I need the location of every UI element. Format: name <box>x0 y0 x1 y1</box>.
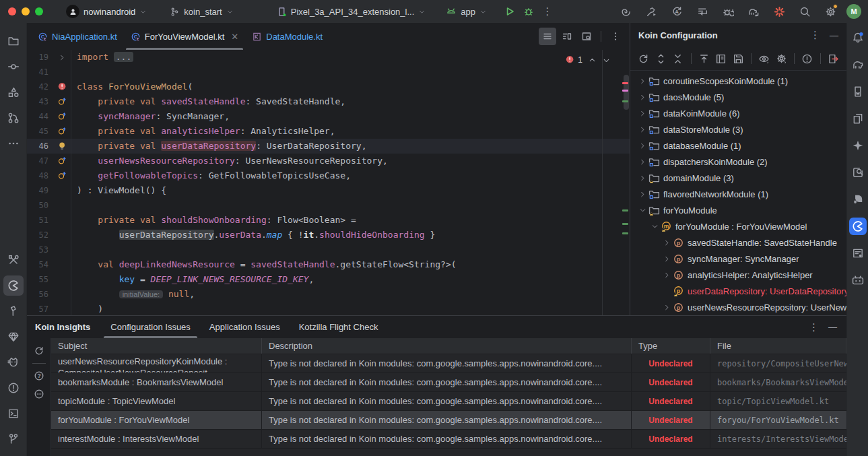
chevron-right-icon[interactable] <box>637 77 648 85</box>
gutter[interactable] <box>54 272 71 287</box>
more-vertical-icon[interactable]: ⋮ <box>810 29 820 41</box>
code-line-50[interactable]: 50 <box>27 198 630 213</box>
assistant-swirl-icon-button[interactable] <box>616 2 635 21</box>
code-line-44[interactable]: 44 syncManager: SyncManager, <box>27 109 630 124</box>
gutter[interactable] <box>54 287 71 302</box>
tree-item-daosModule[interactable]: daosModule (5) <box>630 89 846 105</box>
tree-item-forYouModule[interactable]: mforYouModule : ForYouViewModel <box>630 218 846 234</box>
code-line-43[interactable]: 43 private val savedStateHandle: SavedSt… <box>27 94 630 109</box>
refresh-icon-button[interactable] <box>636 51 652 67</box>
issue-row-bookmarksModule[interactable]: bookmarksModule : BookmarksViewModelType… <box>51 373 846 392</box>
user-avatar[interactable]: M <box>846 4 861 19</box>
code-line-57[interactable]: 57 ) <box>27 302 630 315</box>
run-config-selector[interactable]: app <box>442 4 491 19</box>
close-window-button[interactable] <box>8 7 16 15</box>
insights-tab-kotzilla-flight-check[interactable]: Kotzilla Flight Check <box>290 316 388 338</box>
editor-tab-NiaApplication.kt[interactable]: CNiaApplication.kt <box>31 23 124 50</box>
tree-item-userDataRepository:[interactable]: puserDataRepository: UserDataRepository <box>630 283 846 299</box>
code-line-19[interactable]: 19import ... <box>27 50 630 65</box>
git-branch-icon-button[interactable] <box>3 429 24 449</box>
terminal-icon-button[interactable] <box>3 403 24 424</box>
chevron-right-icon[interactable] <box>637 126 648 133</box>
zoom-window-button[interactable] <box>35 7 43 15</box>
split-editor-icon-button[interactable] <box>558 28 576 45</box>
koin-icon-button[interactable] <box>3 275 24 296</box>
debug-button[interactable] <box>519 2 538 21</box>
chevron-right-icon[interactable] <box>637 142 648 150</box>
gutter[interactable] <box>54 65 71 79</box>
branch-widget[interactable]: koin_start <box>166 5 237 19</box>
hide-panel-icon[interactable]: — <box>828 322 837 332</box>
column-header-subject[interactable]: Subject <box>51 338 262 354</box>
chevron-down-icon[interactable] <box>637 207 648 214</box>
preview-icon-button[interactable] <box>578 28 595 45</box>
code-editor[interactable]: 19import ...4142class ForYouViewModel(43… <box>27 50 630 315</box>
gutter[interactable] <box>54 168 71 183</box>
stripe-mark[interactable] <box>622 100 628 102</box>
inspections-widget[interactable]: 1 <box>566 55 611 65</box>
issue-row-interestModule[interactable]: interestModule : InterestsViewModelType … <box>51 430 846 449</box>
tree-item-dataKoinModule[interactable]: dataKoinModule (6) <box>630 105 846 121</box>
stripe-mark[interactable] <box>622 232 628 234</box>
chevron-right-icon[interactable] <box>637 191 648 198</box>
problems-icon-button[interactable] <box>3 378 24 398</box>
project-folder-icon-button[interactable] <box>3 31 24 51</box>
gutter[interactable] <box>54 198 71 213</box>
issue-row-userNewsResourceRepositoryKoinModule[interactable]: userNewsResourceRepositoryKoinModule :Co… <box>51 354 846 373</box>
debug-reload-icon-button[interactable] <box>719 2 737 21</box>
running-devices-icon-button[interactable] <box>849 83 867 100</box>
code-line-53[interactable]: 53 <box>27 242 630 257</box>
notifications-bell-icon-button[interactable] <box>849 29 867 46</box>
next-error-button[interactable] <box>602 56 611 65</box>
expand-all-icon-button[interactable] <box>653 51 669 67</box>
error-count-badge[interactable]: 1 <box>566 55 582 65</box>
gemini-sparkle-icon-button[interactable] <box>849 137 867 154</box>
issue-row-topicModule[interactable]: topicModule : TopicViewModelType is not … <box>51 392 846 411</box>
help-icon-button[interactable]: ? <box>31 368 47 384</box>
settings-icon-button[interactable] <box>821 2 840 21</box>
code-line-41[interactable]: 41 <box>27 65 630 79</box>
project-widget[interactable]: nowinandroid <box>62 3 151 20</box>
tree-item-dataStoreModule[interactable]: dataStoreModule (3) <box>630 121 846 137</box>
editor-lines-icon-button[interactable] <box>539 28 556 45</box>
refresh-icon-button[interactable] <box>31 343 47 359</box>
chevron-right-icon[interactable] <box>637 94 648 101</box>
koin-icon-button[interactable] <box>849 218 867 235</box>
stripe-mark[interactable] <box>622 209 628 211</box>
insights-tab-application-issues[interactable]: Application Issues <box>200 316 290 338</box>
more-vertical-icon[interactable]: ⋮ <box>809 321 819 333</box>
tree-item-analyticsHelper:[interactable]: panalyticsHelper: AnalyticsHelper <box>630 267 846 283</box>
build-tools-icon-button[interactable] <box>3 250 24 270</box>
gutter[interactable] <box>54 242 71 257</box>
tree-item-forYouModule[interactable]: forYouModule <box>630 202 846 218</box>
error-stripe-mark[interactable] <box>622 82 628 84</box>
code-line-45[interactable]: 45 private val analyticsHelper: Analytic… <box>27 124 630 139</box>
tree-item-databaseModule[interactable]: databaseModule (1) <box>630 137 846 154</box>
filter-dots-icon-button[interactable] <box>31 386 47 402</box>
device-selector[interactable]: Pixel_3a_API_34_extension_l... <box>273 5 430 19</box>
chevron-right-icon[interactable] <box>661 304 673 311</box>
gutter[interactable] <box>54 183 71 198</box>
tree-item-flavoredNetworkModule[interactable]: flavoredNetworkModule (1) <box>630 186 846 202</box>
recent-list-icon-button[interactable] <box>693 2 712 21</box>
chevron-right-icon[interactable] <box>637 174 648 182</box>
code-line-46[interactable]: 46 private val userDataRepository: UserD… <box>27 139 630 154</box>
gutter[interactable] <box>54 302 71 315</box>
editor-tab-ForYouViewModel.kt[interactable]: CForYouViewModel.kt✕ <box>124 23 245 50</box>
structure-icon-button[interactable] <box>3 82 24 102</box>
code-line-54[interactable]: 54 val deepLinkedNewsResource = savedSta… <box>27 257 630 272</box>
gutter[interactable] <box>54 124 71 139</box>
gem-icon-button[interactable] <box>3 327 24 347</box>
more-vertical-icon[interactable]: ⋮ <box>538 2 557 21</box>
gutter[interactable] <box>54 50 71 65</box>
gradle-elephant-icon-button[interactable] <box>849 56 867 73</box>
hide-panel-icon[interactable]: — <box>830 30 838 40</box>
code-line-51[interactable]: 51 private val shouldShowOnboarding: Flo… <box>27 213 630 228</box>
code-line-42[interactable]: 42class ForYouViewModel( <box>27 79 630 94</box>
exit-icon-button[interactable] <box>826 51 842 67</box>
gutter[interactable] <box>54 228 71 242</box>
tree-item-userNewsResourceRepository:[interactable]: puserNewsResourceRepository: UserNewsRes… <box>630 299 846 315</box>
chevron-right-icon[interactable] <box>637 158 648 166</box>
minimize-window-button[interactable] <box>22 7 30 15</box>
gutter[interactable] <box>54 109 71 124</box>
